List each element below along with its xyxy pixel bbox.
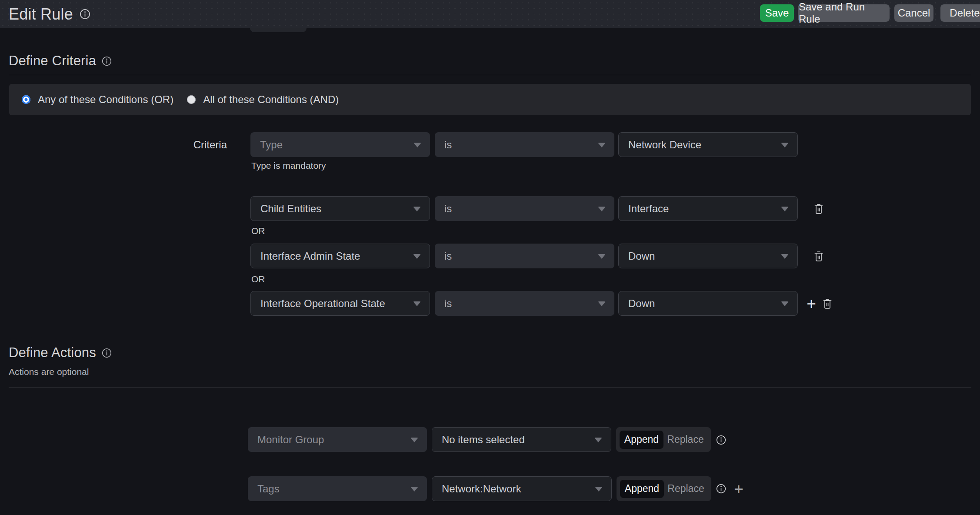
or-joiner-label: OR	[251, 226, 265, 236]
actions-subtitle: Actions are optional	[9, 367, 89, 377]
info-icon	[716, 435, 727, 445]
action-value-text: No items selected	[442, 434, 525, 446]
append-segment[interactable]: Append	[620, 480, 664, 498]
action-value-select[interactable]: No items selected	[432, 427, 611, 452]
append-replace-toggle: Append Replace	[617, 476, 711, 501]
criteria-operator-select[interactable]: is	[435, 244, 614, 268]
info-icon	[716, 483, 727, 494]
page-title-text: Edit Rule	[9, 5, 73, 23]
info-icon-button[interactable]	[716, 483, 727, 494]
delete-button[interactable]: Delete	[940, 4, 980, 22]
action-value-select[interactable]: Network:Network	[432, 476, 612, 501]
replace-segment[interactable]: Replace	[664, 483, 708, 495]
append-replace-toggle: Append Replace	[616, 427, 711, 452]
criteria-row-label: Criteria	[183, 132, 227, 157]
plus-icon: +	[734, 481, 743, 497]
action-field-select[interactable]: Tags	[248, 476, 427, 501]
criteria-operator-select[interactable]: is	[435, 196, 614, 221]
info-icon[interactable]	[101, 348, 112, 358]
plus-icon: +	[807, 296, 816, 312]
save-and-run-rule-button[interactable]: Save and Run Rule	[798, 4, 890, 22]
field-value: Interface Admin State	[260, 250, 360, 262]
top-bar: Edit Rule Save Save and Run Rule Cancel …	[0, 0, 980, 28]
criteria-operator-select[interactable]: is	[435, 132, 614, 157]
action-value-text: Network:Network	[442, 483, 521, 495]
field-select-placeholder: Type	[260, 139, 283, 151]
criteria-value-select[interactable]: Network Device	[618, 132, 798, 157]
field-value: Child Entities	[260, 203, 321, 215]
info-icon-button[interactable]	[716, 435, 727, 445]
criteria-field-select[interactable]: Type	[250, 132, 430, 157]
chevron-down-icon	[413, 254, 421, 259]
chevron-down-icon	[781, 143, 789, 147]
criteria-value-select[interactable]: Down	[618, 291, 798, 316]
operator-value: is	[444, 298, 452, 310]
save-button[interactable]: Save	[760, 4, 794, 22]
add-condition-button[interactable]: +	[804, 295, 819, 312]
chevron-down-icon	[413, 143, 421, 147]
chevron-down-icon	[413, 301, 421, 306]
chevron-down-icon	[598, 254, 606, 259]
chevron-down-icon	[413, 207, 421, 211]
criteria-field-select[interactable]: Interface Operational State	[250, 291, 430, 316]
value-text: Down	[628, 250, 655, 262]
define-criteria-heading: Define Criteria	[9, 53, 112, 69]
edit-rule-page: Edit Rule Save Save and Run Rule Cancel …	[0, 0, 980, 515]
append-segment[interactable]: Append	[620, 431, 663, 449]
radio-any-conditions[interactable]: Any of these Conditions (OR)	[22, 94, 173, 106]
operator-value: is	[444, 139, 452, 151]
define-actions-heading: Define Actions	[9, 345, 112, 361]
chevron-down-icon	[781, 301, 789, 306]
page-title: Edit Rule	[9, 0, 91, 28]
field-value: Interface Operational State	[260, 298, 385, 310]
delete-condition-button[interactable]	[822, 298, 833, 309]
or-joiner-label: OR	[251, 274, 265, 284]
divider	[9, 75, 971, 75]
chevron-down-icon	[598, 143, 606, 147]
define-criteria-heading-text: Define Criteria	[9, 53, 96, 69]
define-actions-heading-text: Define Actions	[9, 345, 96, 361]
radio-all-label: All of these Conditions (AND)	[203, 94, 339, 106]
validation-message: Type is mandatory	[251, 161, 326, 171]
scrolled-element-remnant	[250, 28, 307, 32]
radio-all-conditions[interactable]: All of these Conditions (AND)	[187, 94, 339, 106]
value-text: Down	[628, 298, 655, 310]
delete-condition-button[interactable]	[813, 251, 824, 262]
criteria-value-select[interactable]: Down	[618, 244, 798, 268]
operator-value: is	[444, 203, 452, 215]
add-action-button[interactable]: +	[731, 481, 746, 497]
chevron-down-icon	[781, 207, 789, 211]
value-text: Interface	[628, 203, 669, 215]
chevron-down-icon	[598, 207, 606, 211]
action-field-select[interactable]: Monitor Group	[248, 427, 427, 452]
criteria-operator-select[interactable]: is	[435, 291, 614, 316]
trash-icon	[822, 298, 833, 309]
condition-match-panel: Any of these Conditions (OR) All of thes…	[9, 84, 971, 115]
operator-value: is	[444, 250, 452, 262]
cancel-button[interactable]: Cancel	[894, 4, 933, 22]
criteria-field-select[interactable]: Child Entities	[250, 196, 430, 221]
trash-icon	[813, 203, 824, 214]
action-field-placeholder: Tags	[257, 483, 280, 495]
info-icon[interactable]	[101, 56, 112, 67]
criteria-field-select[interactable]: Interface Admin State	[250, 244, 430, 268]
chevron-down-icon	[781, 254, 789, 259]
chevron-down-icon	[595, 487, 603, 492]
radio-any-label: Any of these Conditions (OR)	[38, 94, 173, 106]
replace-segment[interactable]: Replace	[663, 434, 707, 445]
value-text: Network Device	[628, 139, 701, 151]
info-icon[interactable]	[79, 8, 91, 20]
trash-icon	[813, 251, 824, 262]
radio-unselected-icon[interactable]	[187, 95, 196, 104]
chevron-down-icon	[410, 487, 418, 492]
chevron-down-icon	[598, 301, 606, 306]
criteria-value-select[interactable]: Interface	[618, 196, 798, 221]
divider	[9, 387, 971, 388]
delete-condition-button[interactable]	[813, 203, 824, 214]
action-field-placeholder: Monitor Group	[257, 434, 324, 446]
radio-selected-icon[interactable]	[22, 95, 30, 104]
chevron-down-icon	[594, 438, 602, 442]
chevron-down-icon	[410, 438, 418, 442]
